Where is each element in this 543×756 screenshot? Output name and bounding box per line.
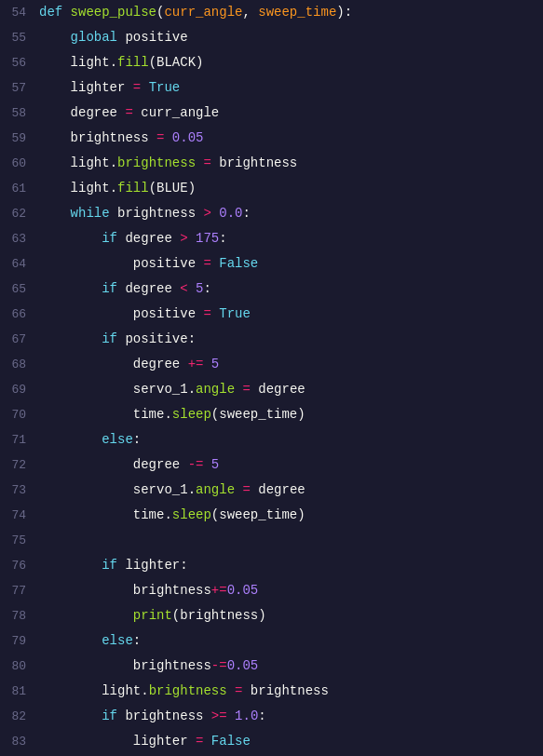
token-kw-if: if	[102, 558, 117, 573]
token-plain	[227, 709, 235, 723]
token-plain: light	[39, 155, 110, 170]
code-line: 77 brightness+=0.05	[0, 578, 543, 603]
token-plain	[39, 608, 133, 623]
token-attr: brightness	[117, 155, 196, 170]
token-plain: time	[39, 507, 164, 522]
token-plain: .	[110, 155, 117, 170]
token-plain: degree	[39, 105, 125, 120]
token-kw-false: False	[211, 734, 251, 749]
token-plain	[39, 558, 102, 573]
token-plain: .	[110, 55, 117, 70]
token-operator: =	[242, 482, 250, 497]
token-plain: brightness	[110, 206, 204, 221]
line-content: def sweep_pulse(curr_angle, sweep_time):	[35, 0, 543, 24]
token-plain: brightness	[117, 709, 211, 723]
token-number: 0.05	[172, 130, 204, 145]
token-number: 1.0	[235, 709, 258, 723]
line-number: 65	[0, 277, 35, 302]
token-attr: angle	[196, 482, 235, 497]
token-plain: light	[39, 683, 141, 698]
token-param: sweep_time	[258, 5, 336, 20]
token-builtin: print	[133, 608, 172, 623]
line-number: 70	[0, 403, 35, 427]
token-operator: =	[203, 256, 210, 271]
token-plain: brightness	[211, 155, 297, 170]
token-plain: degree	[39, 457, 188, 472]
token-operator: =	[203, 306, 210, 321]
token-plain: lighter	[39, 80, 133, 95]
token-plain: time	[39, 407, 164, 422]
line-number: 67	[0, 328, 35, 352]
line-number: 66	[0, 303, 35, 327]
code-line: 59 brightness = 0.05	[0, 126, 543, 151]
line-content: light.fill(BLUE)	[35, 176, 543, 200]
line-content: else:	[35, 427, 543, 452]
token-plain	[39, 633, 102, 648]
line-content: lighter = True	[35, 75, 543, 100]
code-line: 54def sweep_pulse(curr_angle, sweep_time…	[0, 0, 543, 25]
token-kw-true: True	[149, 80, 181, 95]
token-plain	[39, 709, 102, 723]
code-line: 83 lighter = False	[0, 729, 543, 754]
line-number: 75	[0, 529, 35, 553]
code-line: 78 print(brightness)	[0, 603, 543, 628]
line-number: 71	[0, 428, 35, 452]
token-plain: .	[141, 683, 148, 698]
line-number: 62	[0, 202, 35, 226]
line-content: positive = False	[35, 251, 543, 276]
code-line: 70 time.sleep(sweep_time)	[0, 402, 543, 427]
token-plain	[39, 331, 102, 346]
token-plain	[39, 30, 71, 45]
line-content: degree -= 5	[35, 452, 543, 477]
token-kw-if: if	[102, 281, 117, 296]
token-plain: degree	[39, 357, 188, 371]
token-operator: +=	[188, 357, 204, 371]
line-content: servo_1.angle = degree	[35, 478, 543, 502]
token-kw-false: False	[219, 256, 258, 271]
code-line: 61 light.fill(BLUE)	[0, 176, 543, 201]
line-content: if brightness >= 1.0:	[35, 704, 543, 728]
token-plain	[203, 457, 210, 472]
token-plain: (brightness)	[172, 608, 266, 623]
token-attr: fill	[117, 181, 149, 196]
token-plain: brightness	[39, 130, 156, 145]
token-operator: <	[180, 281, 187, 296]
code-line: 71 else:	[0, 427, 543, 452]
token-plain: degree	[251, 382, 305, 397]
line-content: global positive	[35, 25, 543, 49]
line-content: while brightness > 0.0:	[35, 201, 543, 225]
line-number: 83	[0, 730, 35, 754]
token-plain: positive	[117, 30, 188, 45]
token-plain: degree	[251, 482, 305, 497]
code-line: 72 degree -= 5	[0, 452, 543, 478]
token-kw-def: def	[39, 5, 71, 20]
line-content: print(brightness)	[35, 603, 543, 628]
token-operator: =	[242, 382, 250, 397]
token-operator: >=	[211, 709, 227, 723]
code-line: 75	[0, 528, 543, 553]
code-line: 69 servo_1.angle = degree	[0, 377, 543, 402]
token-plain: (sweep_time)	[211, 407, 305, 422]
token-operator: =	[133, 80, 141, 95]
code-line: 79 else:	[0, 628, 543, 654]
token-number: 5	[211, 357, 219, 371]
token-operator: -=	[211, 658, 227, 673]
code-line: 76 if lighter:	[0, 553, 543, 578]
token-plain: brightness	[39, 583, 211, 598]
code-line: 63 if degree > 175:	[0, 226, 543, 251]
token-operator: +=	[211, 583, 227, 598]
token-plain	[164, 130, 171, 145]
code-line: 60 light.brightness = brightness	[0, 151, 543, 176]
line-number: 64	[0, 252, 35, 277]
token-plain: .	[164, 507, 171, 522]
token-number: 0.05	[227, 583, 259, 598]
line-number: 68	[0, 353, 35, 377]
token-plain: degree	[117, 281, 180, 296]
token-number: 5	[211, 457, 219, 472]
line-number: 74	[0, 504, 35, 528]
line-number: 60	[0, 152, 35, 176]
token-plain: positive	[39, 306, 203, 321]
code-line: 81 light.brightness = brightness	[0, 679, 543, 704]
line-number: 57	[0, 76, 35, 101]
code-line: 57 lighter = True	[0, 75, 543, 101]
